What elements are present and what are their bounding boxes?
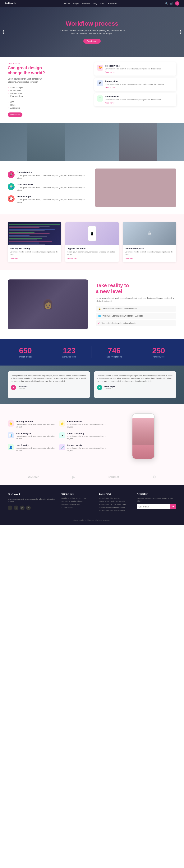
- cards-grid: New style of coding Lorem ipsum dolor si…: [8, 222, 176, 262]
- newsletter-submit-button[interactable]: ➜: [170, 504, 176, 509]
- card-icon-1: ⚙: [97, 80, 103, 86]
- service-item-5: 🔗 Connect easily Lorem ipsum dolor sit a…: [59, 444, 107, 452]
- nav-elements[interactable]: Elements: [108, 2, 117, 5]
- feature-card-1: ⚙ Property line Lorem ipsum dolor sit am…: [94, 78, 176, 91]
- social-twitter[interactable]: t: [14, 505, 18, 510]
- stat-number-0: 650: [19, 346, 32, 355]
- pink-card-title-1: Apps of the month: [68, 247, 116, 250]
- testimonial-name-0: Tom Buiton: [18, 385, 28, 388]
- stat-label-0: Design project: [19, 356, 32, 358]
- features-main-image: 👓: [95, 168, 176, 207]
- nav-blog[interactable]: Blog: [93, 2, 97, 5]
- brand-0: illusract: [28, 475, 38, 478]
- testimonial-avatar-0: T: [11, 385, 16, 390]
- service-item-1: ⭐ Stellar reviews Lorem ipsum dolor sit …: [59, 421, 107, 429]
- footer-contact-item-1: Saturday to Sunday: closed: [61, 500, 93, 502]
- feature-list: Altera nemque Ut definisset Aliquain vit…: [8, 86, 90, 98]
- stat-number-3: 250: [152, 346, 165, 355]
- stat-item-0: 650 Design project: [19, 346, 32, 358]
- feature-card-2: 🛡 Protecion line Lorem ipsum dolor sit a…: [94, 93, 176, 106]
- footer-news-col: Latest news Lorem ipsum dolor sit amet, …: [99, 493, 131, 512]
- list-icon-2: ✔: [98, 322, 100, 324]
- feature-item-title-1: Used worldwide: [17, 183, 89, 186]
- testimonial-card-0: Lorem ipsum dolor sit amet, consectetur …: [8, 371, 90, 398]
- pink-card-2: 🏛 Our software picks Lorem ipsum dolor s…: [123, 222, 176, 262]
- take-reality-content: Take reality to a new level Lorem ipsum …: [96, 282, 176, 326]
- pink-card-desc-0: Lorem ipsum dolor sit amet, consectetur …: [10, 251, 59, 256]
- nav-logo[interactable]: Softwerk: [5, 2, 16, 5]
- phone-screen: [132, 418, 154, 459]
- pink-card-link-2[interactable]: Read more ›: [125, 258, 135, 260]
- feature-item-title-2: Instant support: [17, 195, 89, 197]
- search-icon[interactable]: 🔍: [165, 2, 168, 5]
- stat-number-2: 746: [107, 346, 122, 355]
- pink-card-link-0[interactable]: Read more ›: [10, 258, 20, 260]
- stat-label-1: Worldwide users: [62, 356, 76, 358]
- service-icon-4: 👤: [8, 444, 14, 450]
- card-link-0[interactable]: Read more ›: [105, 71, 114, 73]
- card-image-phone: 📱: [65, 222, 119, 245]
- newsletter-email-input[interactable]: [137, 504, 170, 509]
- service-title-4: User friendly: [16, 444, 55, 446]
- testimonial-role-1: Customer: [104, 388, 115, 390]
- hero-next-arrow[interactable]: ❯: [179, 30, 182, 34]
- stat-number-1: 123: [62, 346, 76, 355]
- feature-item-content-2: Instant support Lorem ipsum dolor sit am…: [17, 195, 89, 204]
- social-linkedin[interactable]: in: [20, 505, 25, 510]
- footer-contact-col: Contact info Monday to Friday: 9.30 to 1…: [61, 493, 93, 512]
- footer-top: Softwerk Lorem ipsum dolor sit amet, con…: [8, 493, 176, 512]
- stat-item-3: 250 Hard services: [152, 346, 165, 358]
- cart-icon[interactable]: 🛒: [170, 2, 173, 5]
- service-title-5: Connect easily: [67, 444, 107, 446]
- services-layout: ⭐ Amazing support Lorem ipsum dolor sit …: [8, 413, 176, 459]
- feature-item-content-1: Used worldwide Lorem ipsum dolor sit ame…: [17, 183, 89, 192]
- nav-portfolio[interactable]: Portfolio: [82, 2, 90, 5]
- card-desc-2: Lorem ipsum dolor sit amet, consectetur …: [105, 98, 161, 101]
- stat-label-3: Hard services: [152, 356, 165, 358]
- testimonial-text-1: Lorem ipsum dolor sit amet, consectetur …: [97, 374, 173, 382]
- testimonial-text-0: Lorem ipsum dolor sit amet, consectetur …: [11, 374, 87, 382]
- service-item-2: 📊 Market analysis Lorem ipsum dolor sit …: [8, 432, 55, 440]
- testimonial-author-0: T Tom Buiton Customer: [11, 385, 87, 390]
- feature-item-0: 🚀 Optimal choice Lorem ipsum dolor sit a…: [8, 171, 89, 180]
- footer-news-item-4: Lorem ipsum dolor sit amet latero: [99, 509, 131, 512]
- footer-news-item-2: adipiscing aliqua. Ut enim accusant: [99, 503, 131, 505]
- avatar[interactable]: U: [175, 1, 179, 5]
- hero-prev-arrow[interactable]: ❮: [2, 30, 5, 34]
- stat-divider-1: [91, 346, 91, 358]
- brand-3: ⚙: [152, 475, 156, 479]
- social-facebook[interactable]: f: [8, 505, 12, 510]
- reality-list-item-2: ✔ Venenatis lallus in world metus vulpu …: [96, 320, 176, 326]
- nav-home[interactable]: Home: [64, 2, 70, 5]
- service-title-3: Cloud computing: [67, 432, 107, 435]
- stat-item-2: 746 Deployed projects: [107, 346, 122, 358]
- card-icon-2: 🛡: [97, 95, 103, 101]
- nav-icons: 🔍 🛒 U: [165, 1, 179, 5]
- feature-read-more-button[interactable]: Read more: [8, 113, 22, 117]
- card-link-2[interactable]: Read more ›: [105, 102, 114, 104]
- pink-card-link-1[interactable]: Read more ›: [68, 258, 77, 260]
- take-reality-image-col: 👩: [8, 279, 88, 329]
- brand-1: ▶: [72, 475, 75, 479]
- testimonials-section: Lorem ipsum dolor sit amet, consectetur …: [0, 366, 184, 404]
- feature-section: OUR VISION Can great design change the w…: [0, 57, 184, 123]
- pink-card-title-2: Our software picks: [125, 247, 174, 250]
- feature-item-title-0: Optimal choice: [17, 171, 89, 174]
- nav-shop[interactable]: Shop: [100, 2, 105, 5]
- service-desc-3: Lorem ipsum dolor sit amet, consectetur …: [67, 435, 107, 440]
- service-icon-5: 🔗: [59, 444, 65, 450]
- feature-list-item: HTML: [8, 104, 90, 106]
- feature-card-0: 💝 Prosperity line Lorem ipsum dolor sit …: [94, 62, 176, 75]
- hero-cta-button[interactable]: Read more: [83, 39, 101, 43]
- feature-list-item: Altera nemque: [8, 86, 90, 89]
- social-youtube[interactable]: yt: [26, 505, 31, 510]
- footer-contact-item-2: softwerk@example.com: [61, 503, 93, 505]
- take-reality-image: 👩: [8, 279, 88, 329]
- feature-tag: OUR VISION: [8, 62, 90, 64]
- service-icon-1: ⭐: [59, 421, 65, 427]
- feature-description: Lorem ipsum dolor sit amet, consectetur …: [8, 78, 50, 84]
- feature-list-right: CSS HTML Application: [8, 101, 90, 110]
- card-link-1[interactable]: Read more ›: [105, 87, 114, 88]
- nav-pages[interactable]: Pages: [73, 2, 79, 5]
- footer-newsletter-title: Newsletter: [137, 493, 176, 495]
